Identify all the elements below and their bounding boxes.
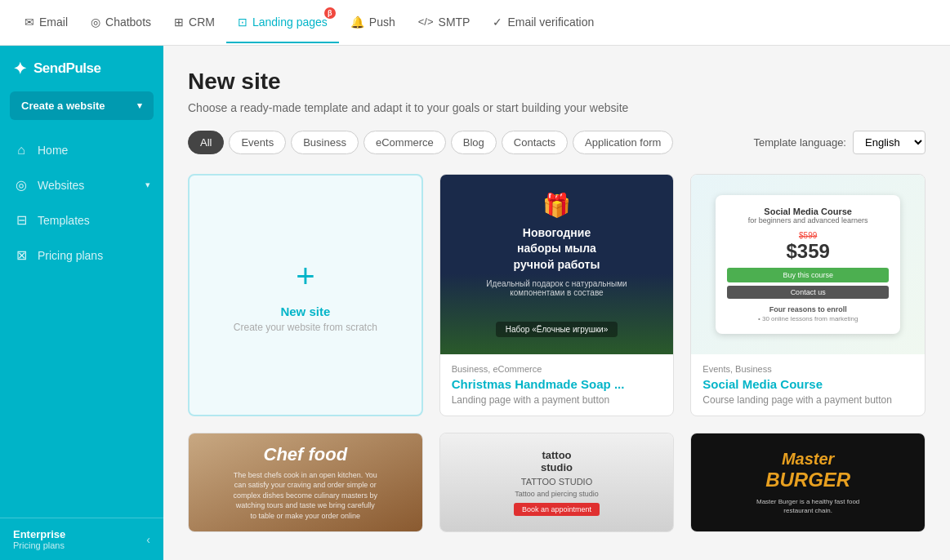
- burger-card-image: MasterBURGER Master Burger is a healthy …: [691, 433, 925, 531]
- push-icon: 🔔: [350, 16, 364, 29]
- social-card-image: Social Media Course for beginners and ad…: [691, 175, 925, 354]
- template-card-master-burger[interactable]: MasterBURGER Master Burger is a healthy …: [690, 433, 925, 532]
- template-card-christmas-soap[interactable]: 🎁 Новогодниенаборы мыларучной работы Иде…: [439, 174, 675, 416]
- filter-events[interactable]: Events: [229, 131, 286, 154]
- nav-push[interactable]: 🔔 Push: [339, 2, 407, 43]
- sidebar-collapse-icon[interactable]: ‹: [146, 533, 150, 546]
- sidebar-item-websites[interactable]: ◎ Websites ▾: [0, 167, 163, 202]
- template-grid: + New site Create your website from scra…: [188, 174, 925, 532]
- dropdown-arrow-icon: ▾: [137, 100, 142, 111]
- template-lang-label: Template language:: [754, 136, 846, 149]
- verification-icon: ✓: [493, 16, 502, 29]
- christmas-card-desc: Landing page with a payment button: [452, 394, 662, 406]
- christmas-card-title: Christmas Handmade Soap ...: [452, 377, 662, 391]
- create-website-button[interactable]: Create a website ▾: [10, 91, 154, 120]
- new-site-plus-icon: +: [296, 258, 314, 295]
- page-title: New site: [188, 69, 925, 95]
- filter-contacts[interactable]: Contacts: [502, 131, 568, 154]
- landing-icon: ⊡: [238, 16, 248, 29]
- sidebar-enterprise-info: Enterprise Pricing plans: [13, 528, 65, 550]
- beta-badge: β: [324, 7, 336, 19]
- nav-smtp[interactable]: </> SMTP: [407, 2, 482, 43]
- template-language-selector: Template language: English Russian Spani…: [754, 131, 925, 154]
- websites-expand-icon: ▾: [145, 180, 150, 190]
- template-card-social-course[interactable]: Social Media Course for beginners and ad…: [690, 174, 925, 416]
- nav-landing-pages[interactable]: ⊡ Landing pages β: [226, 2, 339, 43]
- template-card-chef-food[interactable]: Chef food The best chefs cook in an open…: [188, 433, 423, 532]
- nav-crm[interactable]: ⊞ CRM: [163, 2, 226, 43]
- templates-icon: ⊟: [13, 212, 29, 228]
- enterprise-label: Enterprise: [13, 528, 65, 540]
- logo-text: SendPulse: [33, 60, 100, 77]
- main-content: New site Choose a ready-made template an…: [163, 46, 950, 560]
- logo-icon: ✦: [13, 59, 27, 78]
- websites-icon: ◎: [13, 177, 29, 193]
- chef-card-image: Chef food The best chefs cook in an open…: [189, 433, 422, 531]
- nav-email[interactable]: ✉ Email: [13, 2, 79, 43]
- filter-pills: All Events Business eCommerce Blog Conta…: [188, 131, 673, 154]
- filter-business[interactable]: Business: [291, 131, 359, 154]
- enterprise-sublabel: Pricing plans: [13, 540, 65, 550]
- language-select[interactable]: English Russian Spanish German: [853, 131, 925, 154]
- sidebar: ✦ SendPulse Create a website ▾ ⌂ Home ◎ …: [0, 46, 163, 560]
- nav-email-verification[interactable]: ✓ Email verification: [481, 2, 605, 43]
- sidebar-item-home[interactable]: ⌂ Home: [0, 133, 163, 167]
- page-subtitle: Choose a ready-made template and adapt i…: [188, 101, 925, 114]
- tattoo-card-image: tattoostudio TATTOO STUDIO Tattoo and pi…: [440, 433, 674, 531]
- sidebar-item-pricing-plans[interactable]: ⊠ Pricing plans: [0, 238, 163, 273]
- home-icon: ⌂: [13, 143, 29, 158]
- chatbots-icon: ◎: [91, 16, 100, 29]
- social-card-title: Social Media Course: [702, 377, 913, 391]
- filter-ecommerce[interactable]: eCommerce: [363, 131, 446, 154]
- sidebar-item-templates[interactable]: ⊟ Templates: [0, 202, 163, 238]
- filter-application-form[interactable]: Application form: [573, 131, 673, 154]
- smtp-icon: </>: [418, 16, 434, 28]
- pricing-icon: ⊠: [13, 247, 29, 263]
- logo: ✦ SendPulse: [0, 46, 163, 91]
- sidebar-nav: ⌂ Home ◎ Websites ▾ ⊟ Templates ⊠ Pricin…: [0, 133, 163, 518]
- new-site-subtitle: Create your website from scratch: [234, 322, 377, 333]
- nav-chatbots[interactable]: ◎ Chatbots: [79, 2, 163, 43]
- email-icon: ✉: [25, 16, 34, 29]
- social-card-desc: Course landing page with a payment butto…: [702, 394, 913, 406]
- top-nav: ✉ Email ◎ Chatbots ⊞ CRM ⊡ Landing pages…: [13, 2, 937, 43]
- christmas-card-category: Business, eCommerce: [452, 364, 662, 374]
- filter-all[interactable]: All: [188, 131, 224, 154]
- template-card-tattoo-studio[interactable]: tattoostudio TATTOO STUDIO Tattoo and pi…: [439, 433, 675, 532]
- crm-icon: ⊞: [174, 16, 184, 29]
- filter-blog[interactable]: Blog: [451, 131, 497, 154]
- new-site-title: New site: [280, 304, 330, 318]
- new-site-card[interactable]: + New site Create your website from scra…: [188, 174, 423, 416]
- social-card-category: Events, Business: [702, 364, 913, 374]
- christmas-card-image: 🎁 Новогодниенаборы мыларучной работы Иде…: [440, 175, 674, 354]
